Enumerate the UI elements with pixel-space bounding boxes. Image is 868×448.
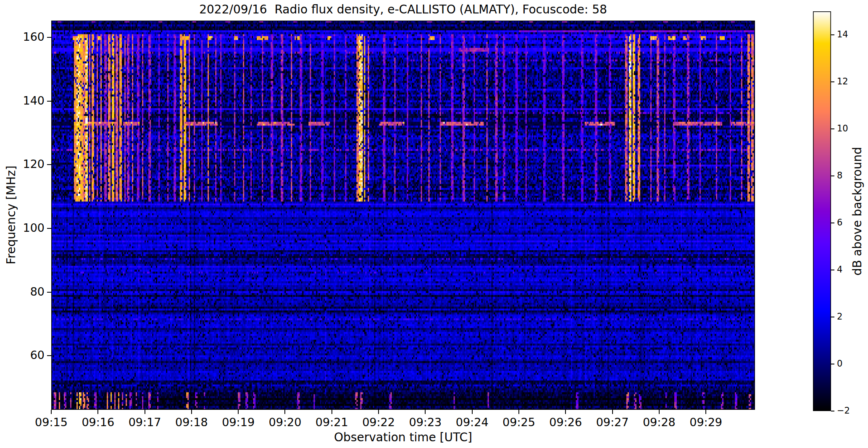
chart-title: 2022/09/16 Radio flux density, e-CALLIST… <box>51 3 755 16</box>
x-tick-label: 09:21 <box>311 416 353 429</box>
colorbar-tick <box>831 411 834 411</box>
x-tick <box>659 410 660 414</box>
colorbar-tick-label: 14 <box>837 29 862 39</box>
x-tick <box>191 410 192 414</box>
y-tick <box>47 355 51 356</box>
colorbar-tick-label: 0 <box>837 359 862 369</box>
x-tick-label: 09:16 <box>77 416 119 429</box>
y-tick <box>47 228 51 229</box>
x-tick <box>97 410 98 414</box>
x-tick <box>565 410 566 414</box>
x-tick <box>705 410 706 414</box>
y-tick-label: 60 <box>8 348 45 362</box>
x-tick <box>284 410 285 414</box>
x-tick <box>331 410 332 414</box>
y-tick <box>47 164 51 165</box>
x-tick <box>612 410 613 414</box>
spectrogram-canvas <box>51 21 755 410</box>
x-tick <box>51 410 52 414</box>
colorbar-tick <box>831 128 834 129</box>
x-tick <box>472 410 473 414</box>
y-axis-label: Frequency [MHz] <box>4 165 18 264</box>
spectrogram-figure: 2022/09/16 Radio flux density, e-CALLIST… <box>0 0 868 448</box>
x-tick <box>238 410 239 414</box>
colorbar-tick <box>831 364 834 364</box>
x-tick-label: 09:15 <box>30 416 72 429</box>
y-tick-label: 160 <box>8 30 45 43</box>
x-tick-label: 09:25 <box>498 416 540 429</box>
y-tick-label: 80 <box>8 285 45 298</box>
colorbar-tick <box>831 81 834 82</box>
colorbar-tick <box>831 223 834 223</box>
x-tick-label: 09:28 <box>638 416 680 429</box>
x-tick <box>378 410 379 414</box>
colorbar-tick <box>831 270 834 270</box>
colorbar-tick-label: −2 <box>837 406 862 416</box>
x-tick-label: 09:19 <box>217 416 259 429</box>
x-tick-label: 09:23 <box>404 416 446 429</box>
y-tick-label: 140 <box>8 94 45 107</box>
x-tick-label: 09:24 <box>451 416 493 429</box>
x-tick-label: 09:27 <box>592 416 634 429</box>
colorbar-tick-label: 10 <box>837 123 862 134</box>
colorbar-tick <box>831 317 834 317</box>
x-tick <box>425 410 426 414</box>
x-tick <box>145 410 145 414</box>
y-tick <box>47 101 51 102</box>
x-tick <box>518 410 519 414</box>
colorbar-tick-label: 12 <box>837 76 862 86</box>
x-tick-label: 09:17 <box>124 416 166 429</box>
x-tick-label: 09:29 <box>685 416 727 429</box>
colorbar-canvas <box>813 11 831 411</box>
y-tick <box>47 37 51 38</box>
x-tick-label: 09:26 <box>544 416 587 429</box>
y-tick <box>47 292 51 293</box>
colorbar-tick <box>831 176 834 176</box>
colorbar-tick-label: 2 <box>837 312 862 322</box>
x-tick-label: 09:22 <box>358 416 400 429</box>
x-tick-label: 09:20 <box>264 416 306 429</box>
x-tick-label: 09:18 <box>171 416 213 429</box>
colorbar-label: dB above background <box>850 147 864 275</box>
colorbar-tick <box>831 34 834 35</box>
x-axis-label: Observation time [UTC] <box>51 430 755 444</box>
